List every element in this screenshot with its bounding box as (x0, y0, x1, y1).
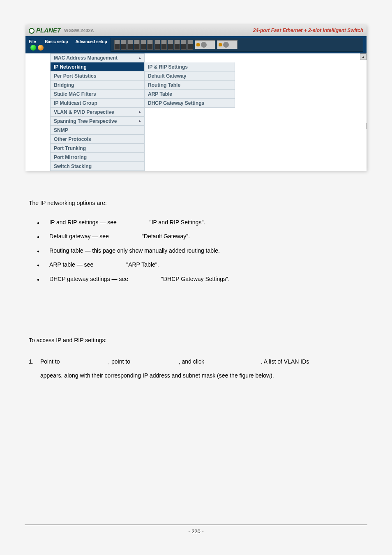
menu-item-label: Other Protocols (54, 136, 91, 142)
app-header: PLANET WGSW-2402A 24-port Fast Ethernet … (25, 25, 367, 36)
step-number: 1. (29, 355, 40, 382)
menu-file[interactable]: File (29, 39, 36, 44)
submenu-arrow-icon: ▸ (139, 110, 141, 114)
doc-content: The IP networking options are: ●IP and R… (25, 200, 367, 382)
bullet-icon: ● (37, 234, 39, 240)
port[interactable] (181, 40, 187, 50)
uplink-led (219, 43, 222, 46)
product-tagline: 24-port Fast Ethernet + 2-slot Intellige… (253, 28, 363, 33)
port[interactable] (114, 40, 120, 50)
submenu-item-ip-rip-settings[interactable]: IP & RIP Settings (145, 62, 235, 71)
topbar-left: File Basic setup Advanced setup (29, 39, 111, 51)
content-rest: ▲ (235, 53, 367, 171)
model-number: WGSW-2402A (64, 28, 253, 33)
submenu-spacer (145, 53, 235, 62)
port-panel (111, 38, 363, 52)
menu-item-switch-stacking[interactable]: Switch Stacking (50, 162, 145, 171)
bullet-item: ●DHCP gateway settings — see"DHCP Gatewa… (37, 274, 363, 283)
menu-item-port-trunking[interactable]: Port Trunking (50, 144, 145, 153)
menu-item-label: VLAN & PVID Perspective (54, 109, 114, 115)
menu-item-vlan-pvid-perspective[interactable]: VLAN & PVID Perspective▸ (50, 108, 145, 117)
menu-item-label: IP Networking (54, 64, 87, 70)
uplink-led (196, 43, 200, 46)
menu-item-static-mac-filters[interactable]: Static MAC Filters (50, 90, 145, 99)
step-text: Point to , point to , and click . A list… (40, 355, 363, 382)
bullet-list: ●IP and RIP settings — see"IP and RIP Se… (37, 218, 363, 283)
menu-item-label: Port Trunking (54, 145, 86, 151)
submenu-arrow-icon: ▸ (139, 119, 141, 123)
bullet-text: Default gateway — see"Default Gateway". (49, 232, 190, 241)
port[interactable] (127, 40, 133, 50)
top-menubar: File Basic setup Advanced setup (25, 36, 367, 53)
bullet-icon: ● (37, 248, 39, 255)
menu-item-label: Switch Stacking (54, 164, 92, 169)
menu-item-label: Spanning Tree Perspective (54, 118, 117, 124)
step-1: 1. Point to , point to , and click . A l… (29, 355, 363, 382)
bullet-text: IP and RIP settings — see"IP and RIP Set… (49, 218, 205, 227)
port[interactable] (187, 40, 193, 50)
uplink-slot-b (217, 40, 238, 49)
menu-item-snmp[interactable]: SNMP (50, 126, 145, 135)
menu-item-label: Port Mirroring (54, 154, 87, 160)
bullet-icon: ● (37, 220, 39, 226)
app-body: MAC Address Management▸IP NetworkingPer … (25, 53, 367, 171)
menu-item-label: IP Multicast Group (54, 100, 97, 106)
bullet-icon: ● (37, 276, 39, 283)
planet-globe-icon (29, 28, 35, 34)
port-group-1 (114, 40, 153, 50)
page-number: - 220 - (188, 528, 204, 534)
bullet-item: ●Default gateway — see"Default Gateway". (37, 232, 363, 241)
brand-text: PLANET (36, 27, 61, 34)
port[interactable] (134, 40, 140, 50)
scroll-up-arrow-icon[interactable]: ▲ (360, 53, 367, 60)
menu-advanced-setup[interactable]: Advanced setup (75, 39, 107, 44)
port[interactable] (121, 40, 127, 50)
port-group-2 (154, 40, 193, 50)
page-footer: - 220 - (25, 525, 367, 534)
menu-item-ip-multicast-group[interactable]: IP Multicast Group (50, 99, 145, 108)
submenu-column: IP & RIP SettingsDefault GatewayRouting … (145, 53, 235, 171)
port[interactable] (161, 40, 167, 50)
bullet-text: ARP table — see"ARP Table". (49, 260, 159, 269)
bullet-item: ●Routing table — this page only show man… (37, 246, 363, 255)
menu-item-ip-networking[interactable]: IP Networking (50, 62, 145, 71)
menu-item-label: Static MAC Filters (54, 91, 96, 97)
menu-item-label: SNMP (54, 127, 68, 133)
submenu-item-default-gateway[interactable]: Default Gateway (145, 71, 235, 81)
port[interactable] (168, 40, 173, 50)
port[interactable] (141, 40, 146, 50)
status-led-green (30, 45, 36, 51)
menu-basic-setup[interactable]: Basic setup (45, 39, 68, 44)
bullet-text: Routing table — this page only show manu… (49, 246, 220, 255)
intro-paragraph: The IP networking options are: (29, 200, 363, 206)
port[interactable] (154, 40, 160, 50)
menu-item-per-port-statistics[interactable]: Per Port Statistics (50, 71, 145, 81)
main-menu-column: MAC Address Management▸IP NetworkingPer … (50, 53, 145, 171)
vertical-separator (366, 123, 367, 129)
app-screenshot: PLANET WGSW-2402A 24-port Fast Ethernet … (25, 25, 367, 171)
menu-item-spanning-tree-perspective[interactable]: Spanning Tree Perspective▸ (50, 117, 145, 126)
subheading: To access IP and RIP settings: (29, 337, 363, 343)
menu-item-label: Per Port Statistics (54, 73, 96, 79)
uplink-slot-a (195, 40, 215, 49)
bullet-item: ●ARP table — see"ARP Table". (37, 260, 363, 269)
status-led-orange (38, 45, 44, 51)
port[interactable] (174, 40, 180, 50)
menu-item-mac-address-management[interactable]: MAC Address Management▸ (50, 53, 145, 62)
port[interactable] (147, 40, 153, 50)
bullet-icon: ● (37, 262, 39, 269)
submenu-item-routing-table[interactable]: Routing Table (145, 81, 235, 90)
menu-item-label: Bridging (54, 82, 74, 88)
bullet-item: ●IP and RIP settings — see"IP and RIP Se… (37, 218, 363, 227)
menu-item-other-protocols[interactable]: Other Protocols (50, 135, 145, 144)
menu-item-label: MAC Address Management (54, 55, 118, 61)
brand-logo: PLANET (29, 27, 61, 34)
bullet-text: DHCP gateway settings — see"DHCP Gateway… (49, 274, 230, 283)
menu-item-bridging[interactable]: Bridging (50, 81, 145, 90)
submenu-item-arp-table[interactable]: ARP Table (145, 90, 235, 99)
submenu-item-dhcp-gateway-settings[interactable]: DHCP Gateway Settings (145, 99, 235, 108)
menu-item-port-mirroring[interactable]: Port Mirroring (50, 153, 145, 162)
uplink-port[interactable] (223, 42, 229, 48)
submenu-arrow-icon: ▸ (139, 56, 141, 60)
uplink-port[interactable] (201, 42, 207, 48)
